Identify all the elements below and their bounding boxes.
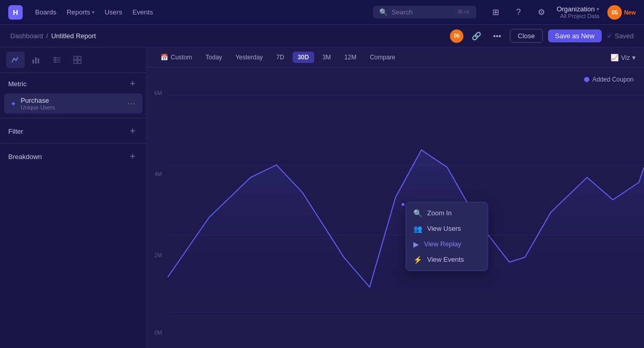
view-events-icon: ⚡	[413, 256, 422, 264]
viz-chevron: ▾	[632, 54, 636, 61]
svg-rect-10	[78, 60, 81, 64]
nav-users[interactable]: Users	[105, 8, 122, 16]
left-panel: Metric + ✦ Purchase Unique Users ⋯ Filte…	[0, 48, 147, 348]
apps-icon[interactable]: ⊞	[489, 5, 503, 20]
help-icon[interactable]: ?	[511, 5, 526, 20]
new-badge: New	[624, 9, 636, 15]
calendar-icon: 📅	[160, 54, 168, 61]
org-sub: All Project Data	[560, 13, 600, 19]
chart-type-line[interactable]	[6, 52, 25, 68]
toolbar: Dashboard / Untitled Report 05 🔗 ••• Clo…	[0, 25, 644, 48]
context-view-events[interactable]: ⚡ View Events	[406, 252, 488, 267]
breadcrumb: Dashboard / Untitled Report	[10, 32, 96, 40]
check-icon: ✓	[607, 32, 613, 40]
chart-type-row	[0, 48, 147, 73]
logo: H	[8, 5, 23, 20]
breakdown-section-header: Breakdown +	[0, 146, 147, 166]
org-chevron: ▾	[597, 6, 599, 12]
svg-rect-2	[38, 58, 39, 64]
metric-item: ✦ Purchase Unique Users ⋯	[4, 93, 142, 114]
org-name: Organization	[557, 5, 595, 13]
viz-icon: 📈	[610, 54, 619, 61]
svg-rect-8	[78, 56, 81, 59]
time-today-button[interactable]: Today	[200, 52, 227, 63]
zoom-in-icon: 🔍	[413, 209, 422, 217]
toolbar-right: 05 🔗 ••• Close Save as New ✓ Saved	[450, 28, 634, 44]
divider-2	[0, 143, 147, 144]
metric-icon: ✦	[10, 100, 17, 108]
view-users-icon: 👥	[413, 225, 422, 233]
metric-sub: Unique Users	[21, 104, 123, 110]
zoom-in-label: Zoom In	[427, 209, 452, 217]
settings-icon[interactable]: ⚙	[534, 5, 549, 20]
add-breakdown-button[interactable]: +	[127, 151, 138, 162]
time-12m-button[interactable]: 12M	[339, 52, 361, 63]
more-button[interactable]: •••	[489, 28, 505, 44]
chart-controls: 📅 Custom Today Yesterday 7D 30D 3M 12M C…	[147, 48, 644, 68]
breakdown-label: Breakdown	[8, 153, 42, 161]
breadcrumb-separator: /	[46, 32, 49, 40]
add-metric-button[interactable]: +	[127, 78, 138, 89]
avatar[interactable]: 05	[607, 5, 622, 20]
viz-button[interactable]: 📈 Viz ▾	[610, 54, 636, 61]
svg-rect-7	[74, 56, 77, 59]
chart-grid	[147, 68, 644, 347]
time-7d-button[interactable]: 7D	[271, 52, 289, 63]
nav-links: Boards Reports ▾ Users Events	[35, 8, 361, 16]
context-zoom-in[interactable]: 🔍 Zoom In	[406, 205, 488, 221]
search-placeholder: Search	[392, 8, 413, 16]
nav-events[interactable]: Events	[133, 8, 153, 16]
context-menu: 🔍 Zoom In 👥 View Users ▶ View Replay ⚡ V…	[406, 202, 488, 271]
view-users-label: View Users	[427, 225, 461, 232]
filter-label: Filter	[8, 128, 23, 135]
filter-section-header: Filter +	[0, 120, 147, 141]
time-custom-button[interactable]: 📅 Custom	[155, 52, 197, 63]
breadcrumb-parent[interactable]: Dashboard	[10, 32, 43, 40]
chart-type-bar[interactable]	[27, 52, 45, 68]
close-button[interactable]: Close	[510, 29, 542, 43]
metric-more-button[interactable]: ⋯	[127, 99, 135, 108]
org-section[interactable]: Organization ▾ All Project Data	[557, 5, 600, 19]
context-view-replay[interactable]: ▶ View Replay	[406, 236, 488, 252]
nav-reports[interactable]: Reports ▾	[67, 8, 94, 16]
svg-rect-1	[35, 57, 37, 64]
compare-button[interactable]: Compare	[365, 52, 400, 63]
search-bar[interactable]: 🔍 Search ⌘+K	[373, 6, 476, 19]
chart-dot	[400, 202, 406, 207]
add-filter-button[interactable]: +	[127, 125, 138, 137]
view-replay-label: View Replay	[424, 240, 461, 248]
chart-type-grid[interactable]	[68, 52, 87, 68]
divider-1	[0, 118, 147, 118]
user-section: 05 New	[607, 5, 636, 20]
search-icon: 🔍	[379, 8, 388, 16]
time-yesterday-button[interactable]: Yesterday	[230, 52, 268, 63]
nav-right: ⊞ ? ⚙ Organization ▾ All Project Data 05…	[489, 5, 636, 20]
navbar: H Boards Reports ▾ Users Events 🔍 Search…	[0, 0, 644, 25]
link-button[interactable]: 🔗	[469, 28, 484, 44]
main-layout: Metric + ✦ Purchase Unique Users ⋯ Filte…	[0, 48, 644, 348]
chart-panel: 📅 Custom Today Yesterday 7D 30D 3M 12M C…	[147, 48, 644, 348]
time-30d-button[interactable]: 30D	[293, 52, 314, 63]
chart-type-table[interactable]	[47, 52, 66, 68]
search-shortcut: ⌘+K	[457, 9, 470, 15]
nav-boards[interactable]: Boards	[35, 8, 56, 16]
chart-area[interactable]: Added Coupon 6M 4M 2M 0M	[147, 68, 644, 347]
metric-section-header: Metric +	[0, 73, 147, 93]
svg-rect-9	[74, 60, 77, 64]
metric-label: Metric	[8, 80, 26, 88]
context-view-users[interactable]: 👥 View Users	[406, 221, 488, 236]
report-avatar[interactable]: 05	[450, 29, 463, 43]
save-as-new-button[interactable]: Save as New	[548, 29, 602, 42]
svg-rect-0	[33, 59, 34, 64]
metric-info: Purchase Unique Users	[21, 97, 123, 110]
view-events-label: View Events	[427, 256, 464, 263]
view-replay-icon: ▶	[413, 240, 419, 248]
metric-name: Purchase	[21, 97, 123, 104]
breadcrumb-current: Untitled Report	[51, 32, 96, 40]
saved-indicator: ✓ Saved	[607, 32, 634, 40]
time-3m-button[interactable]: 3M	[317, 52, 336, 63]
saved-text: Saved	[615, 32, 634, 40]
